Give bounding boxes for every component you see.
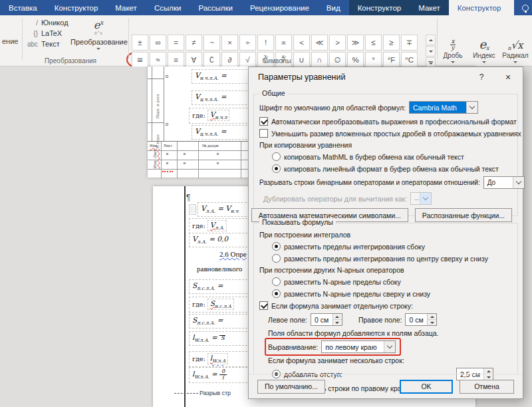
symbol-cell[interactable]: ≪	[311, 35, 328, 51]
unicode-button[interactable]: / Юникод	[27, 19, 68, 27]
variable-box: Vн.ч.л	[207, 110, 230, 121]
right-margin-value: 0 см	[406, 314, 427, 325]
frame-line	[152, 67, 152, 141]
equation-text: lW.л.А. =	[192, 333, 217, 343]
symbol-cell[interactable]: ×	[221, 35, 238, 51]
cropped-equation-button-label[interactable]: ение	[2, 37, 18, 45]
latex-label: LaTeX	[41, 29, 62, 37]
professional-checkbox[interactable]	[259, 117, 268, 126]
symbol-cell[interactable]: ±	[132, 35, 148, 51]
tab-vid[interactable]: Вид	[318, 0, 349, 15]
up-arrow-icon	[429, 39, 433, 41]
latex-button[interactable]: {} LaTeX	[27, 29, 68, 37]
ctx-tab-maket[interactable]: Макет	[410, 0, 449, 15]
ok-button[interactable]: OK	[400, 380, 453, 394]
tab-konstruktor[interactable]: Конструктор	[46, 0, 107, 15]
mathml-radio[interactable]	[272, 152, 281, 161]
copy-mathml-row: копировать MathML в буфер обмена как обы…	[272, 152, 512, 161]
break-lines-combobox[interactable]: До	[483, 176, 525, 189]
cancel-button[interactable]: Отмена	[460, 380, 514, 394]
margins-note: Поля области формул добавляются к полям …	[268, 329, 512, 337]
duplicate-value: --	[411, 193, 420, 204]
symbol-cell[interactable]: ~	[203, 35, 220, 51]
tab-rassylki[interactable]: Рассылки	[190, 0, 241, 15]
stamp-side-label: Подп. и дата	[156, 79, 160, 119]
symbol-cell[interactable]: ∝	[275, 35, 292, 51]
duplicate-combobox: --	[410, 192, 432, 205]
integral-side-radio[interactable]	[272, 242, 281, 251]
frame-line	[184, 186, 186, 407]
symbol-cell[interactable]: ∓	[401, 35, 418, 51]
symbol-cell[interactable]: =	[168, 35, 184, 51]
text-button[interactable]: abc Текст	[27, 40, 68, 48]
own-line-checkbox[interactable]	[259, 301, 268, 310]
section-heading[interactable]: 2.6 Опре	[219, 250, 247, 258]
help-button[interactable]: ?	[469, 67, 493, 87]
linear-radio[interactable]	[272, 164, 281, 173]
nary-above-radio[interactable]	[272, 289, 281, 298]
gallery-scroll-up-button[interactable]	[426, 35, 436, 45]
integral-center-radio[interactable]	[272, 254, 281, 263]
combo-arrow[interactable]	[466, 102, 477, 113]
combo-arrow	[420, 193, 431, 204]
symbol-cell[interactable]: <	[293, 35, 310, 51]
alignment-combobox[interactable]: по левому краю	[321, 340, 396, 353]
symbols-group-label: Символы	[132, 57, 422, 65]
equation-text: Vл.А. = 0,0	[192, 235, 228, 245]
lightbulb-icon	[522, 5, 529, 11]
font-combobox[interactable]: Cambria Math	[409, 101, 478, 114]
symbol-cell[interactable]: ≫	[347, 35, 364, 51]
tab-vstavka[interactable]: Вставка	[0, 0, 46, 15]
table-mark	[166, 162, 168, 164]
right-margin-spinner[interactable]: 0 см	[405, 313, 437, 326]
fraction-button[interactable]: xy Дробь	[438, 33, 468, 63]
spinner-buttons[interactable]	[427, 314, 436, 325]
tab-maket[interactable]: Макет	[106, 0, 146, 15]
symbols-row-1: ± ∞ = ≠ ~ × ÷ ! ∝ < ≪ > ≫ ≤ ≥ ∓	[132, 35, 418, 51]
close-icon[interactable]: ×	[493, 67, 523, 87]
break-label: Разрыв стр	[200, 390, 231, 396]
symbol-cell[interactable]: ≤	[365, 35, 382, 51]
dropdown-arrow-icon	[513, 61, 517, 63]
tab-ssylki[interactable]: Ссылки	[146, 0, 190, 15]
nary-above-label: разместить N-арные пределы сверху и сниз…	[284, 290, 430, 298]
where-label: где:	[192, 112, 205, 119]
equation-text: lW.л.А. =	[192, 370, 217, 380]
symbol-cell[interactable]: !	[257, 35, 274, 51]
paragraph-text[interactable]: равновеликого	[197, 265, 242, 273]
equation-drag-handle[interactable]: ⋮⋮	[189, 204, 196, 215]
index-button[interactable]: ex Индекс	[469, 33, 499, 63]
nary-side-radio[interactable]	[272, 277, 281, 286]
symbol-cell[interactable]: ≠	[186, 35, 202, 51]
symbol-cell[interactable]: >	[329, 35, 346, 51]
tell-me-box[interactable]: Что вы хотите сд	[514, 0, 532, 15]
ctx-tab-konstruktor[interactable]: Конструктор	[349, 0, 410, 15]
combo-arrow[interactable]	[513, 177, 524, 188]
recognized-functions-button[interactable]: Распознанные функции...	[415, 208, 512, 222]
margins-row: Левое поле: 0 см Правое поле: 0 см	[268, 313, 512, 326]
radical-button[interactable]: n√x Радикал	[500, 33, 531, 63]
gallery-scroll-down-button[interactable]	[426, 46, 436, 57]
convert-button[interactable]: ex e^x Преобразование	[70, 17, 126, 50]
copy-linear-row: копировать линейный формат в буфер обмен…	[272, 164, 512, 173]
tab-equation-konstruktor-active[interactable]: Конструктор	[449, 0, 510, 15]
defaults-button[interactable]: По умолчанию...	[257, 380, 325, 394]
nary-side-row: разместить N-арные пределы сбоку	[272, 277, 512, 286]
general-legend: Общие	[259, 89, 288, 97]
ribbon-tab-bar: Вставка Конструктор Макет Ссылки Рассылк…	[0, 0, 532, 15]
nary-side-label: разместить N-арные пределы сбоку	[284, 278, 401, 286]
left-margin-spinner[interactable]: 0 см	[311, 313, 342, 326]
symbol-cell[interactable]: ≥	[383, 35, 400, 51]
ex-convert-icon: ex	[94, 19, 104, 31]
symbol-cell[interactable]: ∞	[150, 35, 166, 51]
spinner-buttons[interactable]	[332, 314, 342, 325]
tab-recenzirovanie[interactable]: Рецензирование	[241, 0, 318, 15]
integral-side-label: разместить пределы интегрирования сбоку	[284, 243, 425, 251]
symbol-cell[interactable]: ÷	[239, 35, 256, 51]
ex-small-icon: e^x	[70, 31, 126, 36]
break-lines-row: Разрывать строки бинарными операторами и…	[259, 176, 512, 189]
combo-arrow[interactable]	[384, 341, 395, 352]
reduce-checkbox[interactable]	[259, 129, 268, 138]
dropdown-arrow-icon	[482, 61, 486, 63]
radical-icon: n√x	[500, 33, 531, 51]
